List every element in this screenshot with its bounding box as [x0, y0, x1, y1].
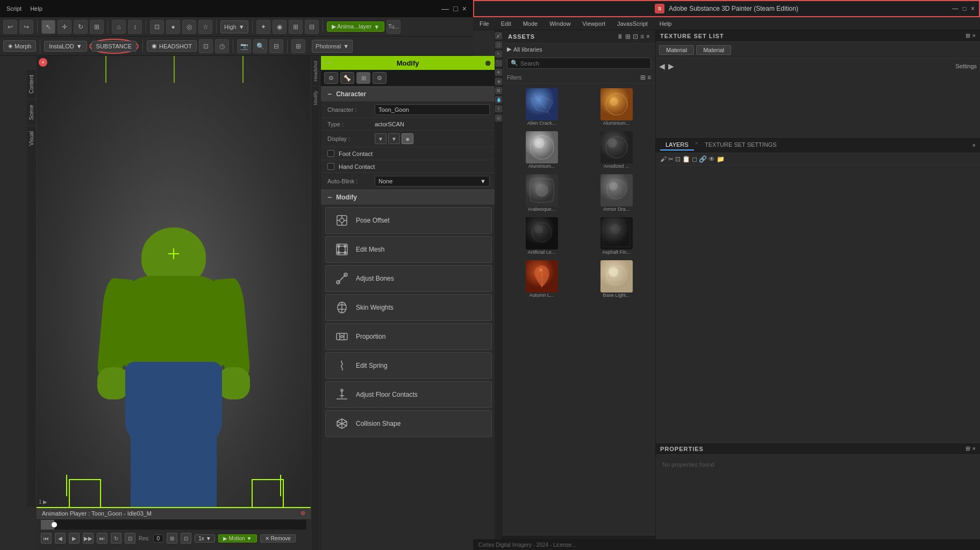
anim-record-btn[interactable]: ⊡ [125, 533, 135, 544]
asset-armor-dra[interactable]: Armor Dra... [580, 172, 653, 214]
headshot-side-label[interactable]: Headshot [311, 56, 320, 86]
layer-folder[interactable]: 📁 [717, 155, 725, 163]
assets-close[interactable]: × [646, 33, 650, 40]
headshot-btn[interactable]: ◉ HEADSHOT [147, 40, 197, 52]
anim-end-btn[interactable]: ⏭ [97, 533, 108, 544]
adjust-bones-btn[interactable]: Adjust Bones [325, 265, 492, 292]
tu-btn[interactable]: Tu... [387, 20, 400, 34]
grid-view-btn[interactable]: ⊞ [640, 74, 646, 81]
anim-loop-btn[interactable]: ↻ [111, 533, 121, 544]
grid-btn[interactable]: ⊟ [305, 20, 319, 34]
asset-asphalt-fin[interactable]: Asphalt Fin... [580, 215, 653, 257]
instalod-btn[interactable]: InstaLOD ▼ [44, 41, 87, 52]
pose-offset-btn[interactable]: Pose Offset [325, 207, 492, 234]
material-left[interactable]: Material [659, 45, 694, 55]
modify-side-label[interactable]: Modify [311, 86, 320, 110]
sp-minimize[interactable]: — [952, 5, 958, 12]
light-btn[interactable]: ✦ [256, 20, 270, 34]
viewport-close[interactable]: × [39, 58, 47, 67]
quality-dropdown[interactable]: High ▼ [220, 20, 248, 33]
scale-tool[interactable]: ⊞ [90, 20, 104, 34]
mod-tab-settings[interactable]: ⚙ [324, 72, 338, 84]
skin-weights-btn[interactable]: Skin Weights [325, 294, 492, 321]
anim-step-btn[interactable]: ⊞ [167, 533, 177, 544]
mod-tab-gear[interactable]: ⚙ [373, 72, 387, 84]
adjust-floor-btn[interactable]: Adjust Floor Contacts [325, 381, 492, 408]
edit-mesh-btn[interactable]: Edit Mesh [325, 236, 492, 263]
props-expand[interactable]: ⊞ [965, 445, 970, 452]
layers-close[interactable]: × [972, 142, 976, 148]
sp-maximize[interactable]: □ [963, 5, 967, 12]
foot-contact-checkbox[interactable] [327, 150, 334, 157]
asset-aluminium1[interactable]: Aluminium... [580, 86, 653, 128]
cam-btn[interactable]: ⊞ [289, 20, 303, 34]
sp-javascript-menu[interactable]: JavasScript [615, 19, 650, 28]
layer-visibility[interactable]: 👁 [709, 155, 715, 163]
asset-anodized[interactable]: Anodized ... [580, 129, 653, 171]
texture-close[interactable]: × [972, 32, 976, 39]
sp-tool-text[interactable]: T [495, 105, 502, 112]
layer-copy[interactable]: ⊡ [675, 155, 681, 163]
headshot-extra2[interactable]: ◷ [215, 39, 229, 53]
anim-thumb[interactable] [52, 522, 57, 527]
anim-prev-btn[interactable]: ◀ [55, 533, 66, 544]
auto-blink-select[interactable]: None ▼ [375, 176, 490, 187]
proportion-btn[interactable]: Proportion [325, 323, 492, 350]
anim-layer-dropdown[interactable]: ▶ Anima...layer ▼ [327, 22, 385, 32]
anim-timeline[interactable] [41, 520, 306, 530]
display-btn-1[interactable]: ▼ [375, 133, 387, 144]
layers-tab[interactable]: LAYERS [660, 140, 694, 151]
texture-set-settings-tab[interactable]: TEXTURE SET SETTINGS [699, 140, 782, 151]
sp-tool-select[interactable]: ↖ [495, 51, 502, 58]
sp-tool-pick[interactable]: 💧 [495, 96, 502, 103]
link-btn[interactable]: ⊞ [291, 39, 305, 53]
camera-btn[interactable]: 📷 [237, 39, 251, 53]
tool-e[interactable]: ◎ [182, 20, 196, 34]
sp-window-menu[interactable]: Window [547, 19, 573, 28]
hand-contact-checkbox[interactable] [327, 163, 334, 170]
tool-d[interactable]: ● [166, 20, 180, 34]
help-menu-left[interactable]: Help [28, 4, 45, 13]
remove-btn[interactable]: ✕ Remove [260, 534, 296, 542]
layer-paste[interactable]: 📋 [682, 155, 690, 163]
sp-tool-smudge[interactable]: ◈ [495, 78, 502, 85]
settings-label[interactable]: Settings [955, 63, 977, 69]
mod-section-minus[interactable]: − [327, 193, 332, 202]
list-view-btn[interactable]: ≡ [647, 74, 651, 81]
sp-file-menu[interactable]: File [477, 19, 491, 28]
asset-aluminium2[interactable]: Aluminium... [505, 129, 578, 171]
maximize-btn-left[interactable]: □ [453, 4, 457, 13]
asset-autumn-l[interactable]: Autumn L... [505, 258, 578, 300]
mod-tab-grid[interactable]: ⊞ [356, 72, 370, 84]
visual-tab[interactable]: Visual [27, 125, 36, 151]
anim-next-btn[interactable]: ▶▶ [83, 533, 94, 544]
layer-cut[interactable]: ✂ [668, 155, 674, 163]
rotate-tool[interactable]: ↻ [74, 20, 88, 34]
tool-f[interactable]: ☆ [198, 20, 212, 34]
layer-link[interactable]: 🔗 [699, 155, 707, 163]
assets-pause[interactable]: ⏸ [617, 33, 623, 40]
move-tool[interactable]: ✛ [58, 20, 71, 34]
collision-shape-btn[interactable]: Collision Shape [325, 410, 492, 437]
props-close[interactable]: × [972, 445, 976, 452]
speed-dropdown[interactable]: 1x ▼ [195, 534, 214, 542]
anim-play-btn[interactable]: ▶ [69, 533, 80, 544]
redo-btn[interactable]: ↪ [19, 20, 33, 34]
asset-arabesque[interactable]: Arabesque... [505, 172, 578, 214]
tool-b[interactable]: ↕ [128, 20, 142, 34]
character-value[interactable]: Toon_Goon [375, 104, 490, 115]
edit-spring-btn[interactable]: Edit Spring [325, 352, 492, 379]
morph-btn[interactable]: ◈ Morph [3, 40, 36, 52]
display-btn-2[interactable]: ▼ [388, 133, 400, 144]
texture-expand[interactable]: ⊞ [965, 32, 970, 39]
select-tool[interactable]: ↖ [41, 20, 55, 34]
search-input[interactable] [520, 60, 647, 67]
assets-view2[interactable]: ⊡ [633, 33, 638, 40]
sp-tool-fill[interactable]: ⬛ [495, 60, 502, 67]
render-icon[interactable]: ◉ [273, 20, 287, 34]
assets-view3[interactable]: ≡ [640, 33, 644, 40]
material-right[interactable]: Material [696, 45, 731, 55]
motion-dropdown[interactable]: ▶ Motion ▼ [218, 534, 257, 542]
sp-mode-menu[interactable]: Mode [521, 19, 540, 28]
assets-search-bar[interactable]: 🔍 [507, 58, 651, 69]
